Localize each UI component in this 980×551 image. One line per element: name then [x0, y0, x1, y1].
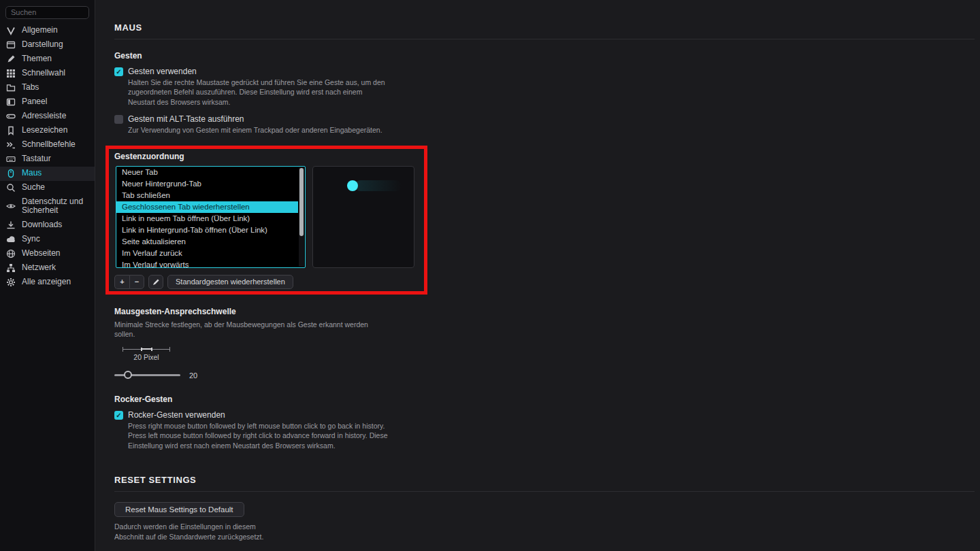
- sidebar-item-suche[interactable]: Suche: [0, 181, 95, 195]
- gesture-list-item[interactable]: Neuer Hintergrund-Tab: [116, 178, 298, 190]
- ruler-tick: [122, 347, 123, 352]
- list-scrollbar[interactable]: [299, 167, 304, 267]
- sidebar-item-darstellung[interactable]: Darstellung: [0, 38, 95, 52]
- sidebar-nav: Allgemein Darstellung Themen Schnellwahl…: [0, 24, 95, 290]
- alt-gestures-checkbox[interactable]: [114, 115, 123, 124]
- use-gestures-row: ✓ Gesten verwenden: [114, 67, 975, 76]
- restore-default-gestures-button[interactable]: Standardgesten wiederherstellen: [167, 275, 293, 289]
- tabs-icon: [6, 83, 16, 93]
- reset-mouse-settings-button[interactable]: Reset Maus Settings to Default: [114, 502, 244, 517]
- alt-gestures-desc: Zur Verwendung von Gesten mit einem Trac…: [128, 125, 385, 135]
- mouse-icon: [6, 169, 16, 178]
- add-gesture-button[interactable]: +: [114, 275, 129, 289]
- gesture-list-item[interactable]: Neuer Tab: [116, 167, 298, 178]
- privacy-icon: [6, 201, 16, 211]
- sidebar-item-label: Lesezeichen: [22, 126, 67, 135]
- gesture-list-item[interactable]: Tab schließen: [116, 190, 298, 201]
- quickcommands-icon: [6, 140, 16, 150]
- reset-divider: [114, 491, 975, 492]
- sidebar-item-label: Suche: [22, 183, 45, 193]
- sidebar-item-label: Themen: [22, 54, 52, 64]
- title-divider: [114, 39, 975, 39]
- rocker-checkbox[interactable]: ✓: [114, 411, 123, 420]
- sidebar-item-tastatur[interactable]: Tastatur: [0, 152, 95, 167]
- list-scrollbar-thumb[interactable]: [299, 168, 304, 236]
- sidebar-item-alle-anzeigen[interactable]: Alle anzeigen: [0, 275, 95, 289]
- gesture-list-item[interactable]: Seite aktualisieren: [116, 236, 298, 248]
- network-icon: [6, 263, 16, 273]
- gesture-mapping-heading: Gestenzuordnung: [114, 152, 427, 161]
- gesture-listbox[interactable]: Neuer Tab Neuer Hintergrund-Tab Tab schl…: [116, 166, 306, 268]
- alt-gestures-label: Gesten mit ALT-Taste ausführen: [128, 114, 244, 124]
- sidebar-item-label: Downloads: [22, 220, 62, 230]
- gesture-preview-panel: [312, 166, 414, 268]
- ruler-bracket: [141, 348, 152, 351]
- alt-gestures-row: Gesten mit ALT-Taste ausführen: [114, 114, 975, 124]
- sidebar-item-schnellwahl[interactable]: Schnellwahl: [0, 67, 95, 81]
- sidebar-item-label: Darstellung: [22, 40, 63, 50]
- sync-cloud-icon: [6, 235, 16, 244]
- sidebar-item-sync[interactable]: Sync: [0, 232, 95, 246]
- rocker-label: Rocker-Gesten verwenden: [128, 410, 225, 420]
- gesture-trail-graphic: [313, 167, 414, 267]
- sidebar-item-datenschutz[interactable]: Datenschutz und Sicherheit: [0, 195, 95, 218]
- rocker-row: ✓ Rocker-Gesten verwenden: [114, 410, 975, 420]
- sidebar-item-label: Maus: [22, 169, 42, 178]
- gesture-list-item[interactable]: Im Verlauf vorwärts: [116, 259, 298, 268]
- use-gestures-checkbox[interactable]: ✓: [114, 67, 123, 76]
- appearance-icon: [6, 40, 16, 50]
- sidebar-item-label: Alle anzeigen: [22, 278, 71, 287]
- remove-gesture-button[interactable]: −: [129, 275, 144, 289]
- page-title: MAUS: [114, 22, 975, 33]
- keyboard-icon: [6, 154, 16, 164]
- panel-icon: [6, 97, 16, 107]
- slider-value: 20: [189, 371, 197, 380]
- reset-settings-heading: RESET SETTINGS: [114, 475, 975, 485]
- sidebar-item-label: Schnellwahl: [22, 69, 65, 78]
- gesture-list-item[interactable]: Im Verlauf zurück: [116, 248, 298, 259]
- sidebar-item-adressleiste[interactable]: Adressleiste: [0, 110, 95, 124]
- sidebar-item-downloads[interactable]: Downloads: [0, 218, 95, 232]
- settings-sidebar: Allgemein Darstellung Themen Schnellwahl…: [0, 0, 95, 551]
- threshold-slider[interactable]: [114, 374, 180, 376]
- sidebar-item-schnellbefehle[interactable]: Schnellbefehle: [0, 138, 95, 152]
- sidebar-item-themen[interactable]: Themen: [0, 52, 95, 67]
- use-gestures-label: Gesten verwenden: [128, 67, 197, 76]
- settings-content: MAUS Gesten ✓ Gesten verwenden Halten Si…: [95, 0, 980, 551]
- gestures-heading: Gesten: [114, 51, 975, 61]
- sidebar-item-label: Tabs: [22, 83, 39, 93]
- sidebar-item-tabs[interactable]: Tabs: [0, 81, 95, 95]
- addressbar-icon: [6, 112, 16, 121]
- gesture-list-item[interactable]: Link in neuem Tab öffnen (Über Link): [116, 213, 298, 224]
- sidebar-item-label: Datenschutz und Sicherheit: [22, 197, 91, 216]
- threshold-slider-row: 20: [114, 371, 975, 380]
- slider-thumb[interactable]: [124, 371, 132, 379]
- gesture-list-item[interactable]: Link in Hintergrund-Tab öffnen (Über Lin…: [116, 224, 298, 236]
- ruler-tick: [169, 347, 170, 352]
- threshold-ruler: [122, 347, 170, 352]
- themes-icon: [6, 54, 16, 64]
- sidebar-item-webseiten[interactable]: Webseiten: [0, 246, 95, 261]
- gesture-list-item-selected[interactable]: Geschlossenen Tab wiederherstellen: [116, 201, 298, 213]
- sidebar-item-netzwerk[interactable]: Netzwerk: [0, 261, 95, 275]
- sidebar-item-label: Netzwerk: [22, 263, 56, 273]
- threshold-heading: Mausgesten-Ansprechschwelle: [114, 307, 975, 316]
- ruler-label: 20 Pixel: [114, 353, 178, 361]
- reset-desc: Dadurch werden die Einstellungen in dies…: [114, 522, 283, 541]
- search-input[interactable]: [5, 6, 89, 19]
- rocker-desc: Press right mouse button followed by lef…: [128, 421, 392, 450]
- sidebar-item-maus[interactable]: Maus: [0, 167, 95, 181]
- sidebar-item-label: Schnellbefehle: [22, 140, 76, 150]
- edit-gesture-button[interactable]: [148, 275, 163, 289]
- sidebar-item-lesezeichen[interactable]: Lesezeichen: [0, 124, 95, 138]
- sidebar-item-label: Webseiten: [22, 249, 60, 258]
- sidebar-item-allgemein[interactable]: Allgemein: [0, 24, 95, 38]
- bookmarks-icon: [6, 126, 16, 135]
- sidebar-item-paneel[interactable]: Paneel: [0, 95, 95, 110]
- sidebar-item-label: Tastatur: [22, 154, 51, 164]
- search-icon: [6, 183, 16, 193]
- gesture-mapping-section: Gestenzuordnung Neuer Tab Neuer Hintergr…: [114, 152, 427, 289]
- sidebar-item-label: Adressleiste: [22, 112, 66, 121]
- use-gestures-desc: Halten Sie die rechte Maustaste gedrückt…: [128, 78, 385, 107]
- threshold-desc: Minimale Strecke festlegen, ab der Mausb…: [114, 320, 372, 339]
